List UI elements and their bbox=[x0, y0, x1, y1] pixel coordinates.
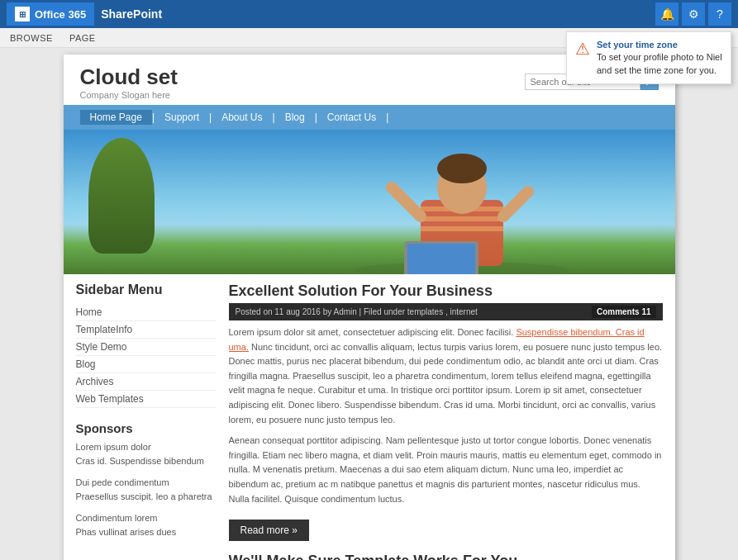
site-branding: Cloud set Company Slogan here bbox=[80, 64, 178, 100]
top-bar: ⊞ Office 365 SharePoint 🔔 ⚙ ? bbox=[0, 0, 738, 28]
sponsor-3-line2: Phas vullinat arises dues bbox=[76, 525, 217, 539]
site-navigation: Home Page | Support | About Us | Blog | … bbox=[64, 105, 675, 130]
read-more-button[interactable]: Read more » bbox=[229, 520, 309, 541]
post-2: We'll Make Sure Template Works For You P… bbox=[229, 553, 663, 560]
post-1-body1: Lorem ipsum dolor sit amet, consectetuer… bbox=[229, 325, 663, 427]
post-1-body2: Aenean consequat porttitor adipiscing. N… bbox=[229, 434, 663, 506]
app-grid-icon: ⊞ bbox=[15, 7, 30, 21]
sharepoint-label: SharePoint bbox=[101, 7, 162, 21]
nav-about[interactable]: About Us bbox=[212, 110, 272, 125]
nav-support[interactable]: Support bbox=[155, 110, 209, 125]
sidebar-menu-list: Home TemplateInfo Style Demo Blog Archiv… bbox=[76, 304, 217, 408]
notification-content: Set your time zone To set your profile p… bbox=[597, 39, 722, 77]
site-title: Cloud set bbox=[80, 64, 178, 90]
tree-element bbox=[88, 138, 155, 254]
svg-rect-4 bbox=[421, 226, 503, 231]
content-area: Sidebar Menu Home TemplateInfo Style Dem… bbox=[64, 274, 675, 560]
sponsors-title: Sponsors bbox=[76, 421, 217, 435]
sidebar: Sidebar Menu Home TemplateInfo Style Dem… bbox=[76, 282, 217, 560]
alert-icon: ⚠ bbox=[575, 39, 590, 59]
main-area: Cloud set Company Slogan here ▶ Home Pag… bbox=[0, 48, 738, 560]
post-1-comments[interactable]: Comments 11 bbox=[592, 306, 656, 318]
main-content: Excellent Solution For Your Business Pos… bbox=[229, 282, 663, 560]
sponsor-1: Lorem ipsum dolor Cras id. Suspendisse b… bbox=[76, 440, 217, 467]
sponsor-3: Condimentum lorem Phas vullinat arises d… bbox=[76, 511, 217, 539]
post-1-link1[interactable]: Suspendisse bibendum. Cras id uma. bbox=[229, 327, 645, 352]
svg-rect-8 bbox=[407, 244, 475, 274]
sponsor-2: Dui pede condimentum Praesellus suscipit… bbox=[76, 476, 217, 503]
app-name: Office 365 bbox=[35, 8, 86, 21]
page-tab[interactable]: PAGE bbox=[69, 33, 96, 43]
notification-popup: ⚠ Set your time zone To set your profile… bbox=[566, 31, 731, 84]
post-1-meta-text: Posted on 11 aug 2016 by Admin | Filed u… bbox=[236, 307, 592, 316]
site-frame: Cloud set Company Slogan here ▶ Home Pag… bbox=[64, 55, 675, 560]
top-bar-actions: 🔔 ⚙ ? bbox=[655, 2, 731, 26]
sponsor-2-line1: Dui pede condimentum bbox=[76, 476, 217, 490]
sidebar-item-styledemo[interactable]: Style Demo bbox=[76, 339, 217, 356]
notification-button[interactable]: 🔔 bbox=[655, 2, 678, 26]
sponsor-1-line1: Lorem ipsum dolor bbox=[76, 440, 217, 454]
sidebar-menu-title: Sidebar Menu bbox=[76, 282, 217, 297]
browse-tab[interactable]: BROWSE bbox=[10, 33, 53, 43]
sponsor-1-line2: Cras id. Suspendisse bibendum bbox=[76, 454, 217, 468]
notification-body: To set your profile photo to Niel and se… bbox=[597, 51, 722, 77]
post-2-title: We'll Make Sure Template Works For You bbox=[229, 553, 663, 560]
sidebar-item-archives[interactable]: Archives bbox=[76, 373, 217, 391]
sponsor-3-line1: Condimentum lorem bbox=[76, 511, 217, 525]
sidebar-item-templateinfo[interactable]: TemplateInfo bbox=[76, 321, 217, 339]
post-1: Excellent Solution For Your Business Pos… bbox=[229, 282, 663, 553]
site-slogan: Company Slogan here bbox=[80, 90, 178, 100]
sidebar-item-blog[interactable]: Blog bbox=[76, 356, 217, 373]
nav-home[interactable]: Home Page bbox=[80, 110, 152, 125]
post-1-title: Excellent Solution For Your Business bbox=[229, 282, 663, 300]
notification-title: Set your time zone bbox=[597, 39, 722, 51]
svg-line-10 bbox=[503, 192, 528, 216]
nav-blog[interactable]: Blog bbox=[275, 110, 315, 125]
svg-rect-3 bbox=[421, 216, 503, 221]
nav-contact[interactable]: Contact Us bbox=[317, 110, 386, 125]
app-launcher[interactable]: ⊞ Office 365 bbox=[7, 2, 94, 26]
svg-line-9 bbox=[392, 187, 421, 216]
sidebar-item-webtemplates[interactable]: Web Templates bbox=[76, 391, 217, 408]
svg-point-6 bbox=[437, 154, 487, 183]
sidebar-item-home[interactable]: Home bbox=[76, 304, 217, 321]
sponsor-2-line2: Praesellus suscipit. leo a pharetra bbox=[76, 490, 217, 504]
hero-image bbox=[64, 130, 675, 274]
settings-button[interactable]: ⚙ bbox=[682, 2, 705, 26]
help-button[interactable]: ? bbox=[708, 2, 731, 26]
post-1-meta: Posted on 11 aug 2016 by Admin | Filed u… bbox=[229, 303, 663, 320]
hero-person-svg bbox=[346, 134, 578, 274]
